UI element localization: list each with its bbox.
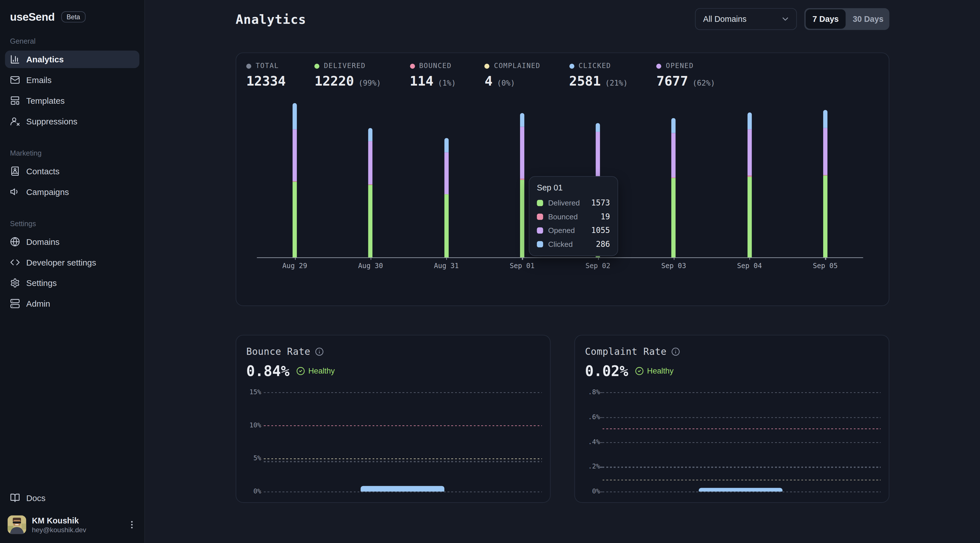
sidebar-item-campaigns[interactable]: Campaigns: [5, 183, 140, 201]
tooltip-row-label: Opened: [548, 226, 586, 235]
sidebar-item-analytics[interactable]: Analytics: [5, 51, 140, 68]
stat-complained: COMPLAINED4(0%): [485, 62, 541, 89]
sidebar-item-domains[interactable]: Domains: [5, 233, 140, 251]
bar-segment-delivered: [747, 176, 751, 257]
stat-value-row: 12220(99%): [315, 74, 381, 89]
bar-segment-opened: [293, 130, 297, 181]
bar-segment-opened: [368, 141, 372, 184]
sidebar-item-templates[interactable]: Templates: [5, 92, 140, 110]
y-axis-label: 0%: [246, 487, 261, 495]
info-icon[interactable]: [671, 347, 680, 356]
threshold-line: [603, 480, 881, 481]
bounce-rate-chart: 15%10%5%0%: [246, 388, 542, 498]
bounce-rate-title-row: Bounce Rate: [246, 346, 323, 357]
y-axis-label: 0%: [585, 487, 600, 495]
globe-icon: [10, 237, 20, 246]
stacked-bar-sep-03[interactable]: [671, 118, 676, 257]
sidebar-item-label: Settings: [26, 278, 57, 287]
tooltip-row-value: 286: [596, 239, 610, 249]
x-axis-label: Sep 01: [497, 262, 547, 270]
stat-label-row: OPENED: [657, 62, 715, 70]
bounce-rate-value: 0.84%: [246, 363, 290, 379]
main-content: Analytics All Domains 7 Days 30 Days TOT…: [145, 0, 980, 543]
sidebar-item-settings[interactable]: Settings: [5, 274, 140, 292]
tooltip-row-value: 1055: [591, 225, 610, 235]
sidebar-item-label: Templates: [26, 96, 65, 105]
bar-segment-clicked: [596, 123, 600, 132]
sidebar-item-contacts[interactable]: Contacts: [5, 162, 140, 180]
rate-bar[interactable]: [698, 488, 782, 491]
y-axis-tickmark: [600, 467, 603, 468]
tooltip-color-square: [537, 227, 543, 233]
stacked-bar-chart: Sep 01 Delivered1573Bounced19Opened1055C…: [257, 103, 863, 257]
bar-segment-clicked: [520, 113, 524, 127]
stat-delivered: DELIVERED12220(99%): [315, 62, 381, 89]
rate-bar[interactable]: [360, 486, 444, 492]
book-open-icon: [10, 493, 20, 503]
tooltip-title: Sep 01: [537, 183, 610, 192]
kebab-menu-icon[interactable]: [127, 520, 137, 530]
x-axis-label: Aug 31: [422, 262, 471, 270]
user-name: KM Koushik: [32, 516, 121, 525]
domain-filter-select[interactable]: All Domains: [695, 8, 797, 30]
y-axis-label: 10%: [246, 421, 261, 429]
complaint-rate-chart: .8%.6%.4%.2%0%: [585, 388, 881, 498]
gridline: [603, 467, 881, 468]
stacked-bar-aug-29[interactable]: [293, 103, 297, 257]
x-axis-label: Sep 02: [573, 262, 623, 270]
app-logo[interactable]: useSend: [10, 10, 55, 23]
stacked-bar-sep-01[interactable]: [520, 113, 524, 257]
stat-color-dot: [569, 64, 574, 68]
range-30-days-button[interactable]: 30 Days: [848, 10, 888, 29]
x-axis-tick: [825, 257, 826, 260]
x-axis-tick: [294, 257, 296, 260]
info-icon[interactable]: [315, 347, 323, 356]
x-axis-tick: [749, 257, 750, 260]
gridline: [264, 459, 542, 459]
code-icon: [10, 257, 20, 267]
bar-segment-delivered: [671, 178, 676, 257]
sidebar-item-admin[interactable]: Admin: [5, 295, 140, 312]
bar-segment-delivered: [368, 185, 372, 257]
stat-opened: OPENED7677(62%): [657, 62, 715, 89]
sidebar-item-label: Campaigns: [26, 187, 69, 196]
bar-segment-delivered: [520, 180, 524, 257]
stacked-bar-aug-31[interactable]: [444, 138, 448, 257]
complaint-rate-value-row: 0.02% Healthy: [585, 363, 673, 379]
sidebar-section-label-settings: Settings: [10, 219, 134, 228]
bar-segment-clicked: [747, 113, 751, 129]
y-axis-tickmark: [600, 392, 603, 393]
sidebar-item-suppressions[interactable]: Suppressions: [5, 113, 140, 130]
tooltip-row-label: Delivered: [548, 198, 586, 207]
bar-segment-delivered: [293, 182, 297, 257]
avatar: [7, 516, 26, 534]
bar-segment-delivered: [823, 175, 827, 257]
threshold-line: [264, 461, 542, 462]
stat-value: 7677: [657, 74, 688, 89]
stacked-bar-sep-04[interactable]: [747, 113, 751, 257]
gridline: [603, 392, 881, 393]
user-x-icon: [10, 116, 20, 126]
bounce-status-text: Healthy: [308, 367, 335, 376]
sidebar-item-docs[interactable]: Docs: [5, 489, 140, 507]
sidebar-item-emails[interactable]: Emails: [5, 71, 140, 89]
gridline: [264, 492, 542, 492]
sidebar-section-label-general: General: [10, 37, 134, 46]
y-axis-label: .6%: [585, 413, 600, 420]
range-7-days-button[interactable]: 7 Days: [806, 10, 846, 29]
sidebar-item-label: Contacts: [26, 166, 60, 176]
tooltip-row-clicked: Clicked286: [537, 239, 610, 249]
y-axis-label: 15%: [246, 388, 261, 395]
stacked-bar-sep-05[interactable]: [823, 110, 827, 257]
bar-segment-clicked: [368, 128, 372, 141]
stats-row: TOTAL12334DELIVERED12220(99%)BOUNCED114(…: [246, 62, 715, 89]
user-menu[interactable]: KM Koushik hey@koushik.dev: [7, 516, 137, 534]
gridline: [603, 417, 881, 418]
x-axis-label: Sep 03: [649, 262, 699, 270]
stat-label-row: DELIVERED: [315, 62, 381, 70]
tooltip-color-square: [537, 241, 543, 247]
sidebar-item-developer-settings[interactable]: Developer settings: [5, 254, 140, 271]
stat-percent: (62%): [692, 79, 715, 87]
x-axis-label: Aug 29: [270, 262, 320, 270]
stacked-bar-aug-30[interactable]: [368, 128, 372, 257]
